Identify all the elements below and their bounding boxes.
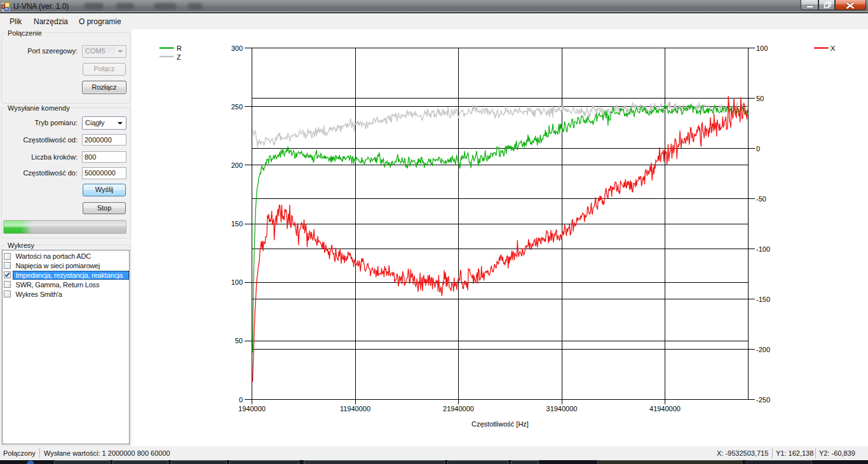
svg-text:100: 100 — [231, 278, 243, 286]
svg-text:-50: -50 — [756, 195, 766, 203]
svg-text:Z: Z — [177, 53, 181, 61]
svg-text:-200: -200 — [756, 346, 770, 353]
svg-text:0: 0 — [239, 396, 243, 404]
svg-text:200: 200 — [231, 161, 243, 169]
svg-text:21940000: 21940000 — [443, 405, 474, 413]
svg-text:-250: -250 — [756, 396, 770, 404]
svg-text:300: 300 — [231, 44, 243, 52]
svg-text:1940000: 1940000 — [238, 405, 266, 413]
svg-text:31940000: 31940000 — [546, 405, 578, 413]
svg-text:150: 150 — [231, 220, 243, 228]
svg-text:11940000: 11940000 — [340, 405, 370, 413]
svg-text:R: R — [177, 44, 182, 52]
svg-text:-100: -100 — [756, 245, 770, 253]
svg-text:50: 50 — [756, 95, 764, 102]
svg-text:X: X — [831, 44, 836, 52]
svg-text:41940000: 41940000 — [649, 405, 681, 413]
svg-text:250: 250 — [231, 103, 243, 111]
svg-text:Częstotliwość [Hz]: Częstotliwość [Hz] — [471, 420, 529, 428]
svg-text:50: 50 — [235, 337, 243, 345]
svg-text:100: 100 — [756, 44, 768, 52]
svg-text:0: 0 — [756, 145, 760, 153]
svg-text:-150: -150 — [756, 296, 770, 303]
